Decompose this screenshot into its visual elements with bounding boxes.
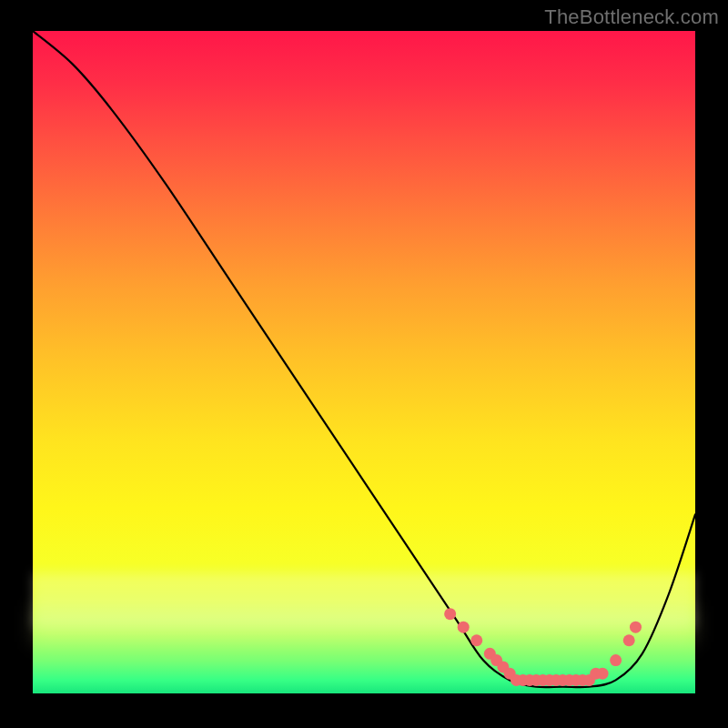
- chart-svg: [33, 31, 695, 693]
- optimal-point: [444, 608, 456, 620]
- optimal-point: [623, 634, 635, 646]
- optimal-point: [470, 634, 482, 646]
- optimal-point: [597, 668, 609, 680]
- bottleneck-curve: [33, 31, 695, 687]
- watermark-text: TheBottleneck.com: [544, 5, 719, 29]
- optimal-point: [458, 622, 470, 633]
- optimal-point: [630, 622, 642, 633]
- chart-container: TheBottleneck.com: [0, 0, 728, 728]
- optimal-point: [610, 654, 622, 666]
